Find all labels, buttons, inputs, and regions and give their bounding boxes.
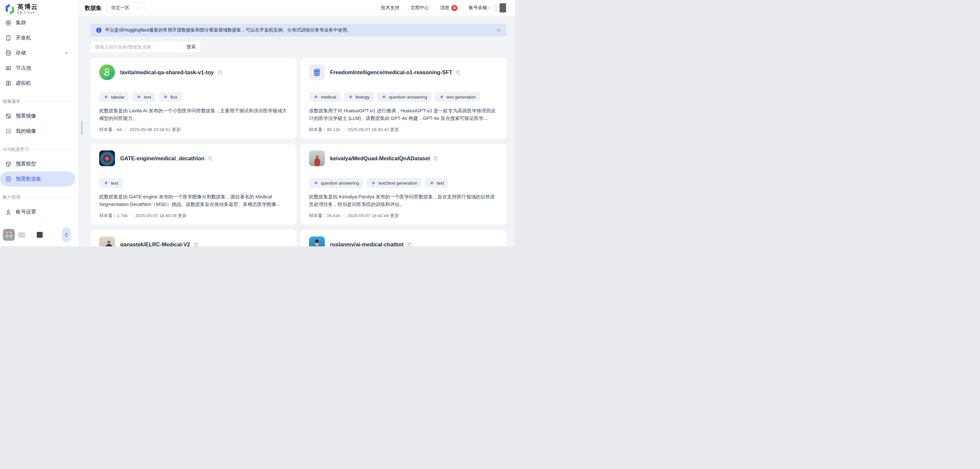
sidebar-item-preset-datasets[interactable]: 预置数据集 <box>0 172 75 186</box>
tag-chip: text <box>132 92 155 102</box>
sidebar-section-label: 账户管理 <box>0 194 78 200</box>
sample-count: 样本量：1.74k <box>99 213 128 219</box>
sidebar-item-account-settings[interactable]: 账号设置 <box>0 204 75 219</box>
dataset-title[interactable]: keivalya/MedQuad-MedicalQnADataset <box>330 155 430 162</box>
sidebar-item-preset-models[interactable]: 预置模型 <box>0 156 75 172</box>
content-area: 平台提供Huggingface最新的常用开源数据集和部分垂直领域数据集，可以在开… <box>79 16 515 246</box>
dataset-title[interactable]: GATE-engine/medical_decathlon <box>120 155 204 162</box>
region-select[interactable]: 华北一区 <box>107 3 145 13</box>
dataset-title[interactable]: FreedomIntelligence/medical-o1-reasoning… <box>330 69 452 76</box>
balance-label: 账号余额： <box>469 5 492 11</box>
messages-count-badge: 4 <box>451 5 458 11</box>
tag-icon <box>381 94 387 100</box>
brand[interactable]: 英博云 EB Cloud <box>0 0 78 15</box>
info-banner: 平台提供Huggingface最新的常用开源数据集和部分垂直领域数据集，可以在开… <box>91 24 506 37</box>
close-icon[interactable] <box>496 28 501 33</box>
dataset-title[interactable]: ruslanmv/ai-medical-chatbot <box>330 242 404 246</box>
user-avatar <box>3 229 15 241</box>
dataset-meta: 样本量：16.41k2025-05-07 18:42:44 更新 <box>309 213 399 219</box>
sidebar-item-dev-machine[interactable]: 开发机 <box>0 30 75 45</box>
sidebar-item-label: 预置镜像 <box>16 113 36 119</box>
brand-logo-icon <box>5 3 15 15</box>
docs-link[interactable]: 文档中心 <box>410 5 429 11</box>
dataset-card[interactable]: FreedomIntelligence/medical-o1-reasoning… <box>301 58 506 138</box>
sidebar-user-expander[interactable] <box>62 227 71 242</box>
section-divider <box>33 149 72 150</box>
tag-chip: tabular <box>99 92 129 102</box>
region-select-value: 华北一区 <box>111 5 129 11</box>
dataset-avatar <box>99 237 115 246</box>
dataset-card[interactable]: keivalya/MedQuad-MedicalQnADatasetquesti… <box>301 144 506 225</box>
dataset-card-grid: lavita/medical-qa-shared-task-v1-toytabu… <box>91 58 506 246</box>
dataset-description: 此数据集是由 GATE-engine 发布的一个医学图像分割数据集，源自著名的 … <box>99 193 288 208</box>
app-root: 英博云 EB Cloud 集群开发机存储节点池虚拟机镜像服务预置镜像我的镜像AI… <box>0 0 515 246</box>
tag-icon <box>103 94 109 100</box>
sidebar-user-area[interactable] <box>3 227 78 242</box>
dataset-avatar <box>99 150 115 166</box>
dataset-avatar <box>99 64 115 80</box>
sample-count: 样本量：64 <box>99 127 122 133</box>
sidebar-item-label: 预置数据集 <box>16 176 41 183</box>
updated-time: 2025-05-06 10:34:51 更新 <box>129 127 181 133</box>
tag-icon <box>103 180 109 186</box>
content-scrollbar-thumb[interactable] <box>81 120 83 135</box>
messages-link[interactable]: 消息 4 <box>440 5 458 11</box>
user-cursor-block <box>37 232 43 238</box>
sidebar-item-node-pool[interactable]: 节点池 <box>0 60 75 76</box>
my-image-icon <box>5 128 11 134</box>
sidebar-item-label: 集群 <box>16 19 26 26</box>
copy-icon <box>208 156 213 161</box>
balance-redacted-light <box>494 3 499 12</box>
dataset-meta: 样本量：642025-05-06 10:34:51 更新 <box>99 127 181 133</box>
sidebar-item-label: 账号设置 <box>16 208 36 215</box>
dataset-title[interactable]: lavita/medical-qa-shared-task-v1-toy <box>120 69 214 76</box>
sidebar-section-label: AI与机器学习 <box>0 146 78 153</box>
dataset-card[interactable]: GATE-engine/medical_decathlontext此数据集是由 … <box>91 144 297 225</box>
chevron-down-icon <box>136 6 140 10</box>
tag-chip: text2text generation <box>366 178 422 188</box>
dataset-meta: 样本量：1.74k2025-05-07 18:40:28 更新 <box>99 213 186 219</box>
dataset-card[interactable]: qanastek/ELRC-Medical-V2 <box>91 230 297 246</box>
sidebar-item-label: 预置模型 <box>16 161 36 167</box>
sidebar-item-preset-images[interactable]: 预置镜像 <box>0 108 75 124</box>
node-pool-icon <box>5 65 11 71</box>
dataset-title[interactable]: qanastek/ELRC-Medical-V2 <box>120 242 190 246</box>
sidebar-item-label: 节点池 <box>16 65 31 72</box>
support-link[interactable]: 技术支持 <box>381 5 399 11</box>
sidebar-section-label: 镜像服务 <box>0 99 78 105</box>
tag-chip: question answering <box>377 92 431 102</box>
sidebar-item-vm[interactable]: 虚拟机 <box>0 76 75 91</box>
dataset-card[interactable]: ruslanmv/ai-medical-chatbot <box>301 230 506 246</box>
dataset-card[interactable]: lavita/medical-qa-shared-task-v1-toytabu… <box>91 58 297 138</box>
sidebar-item-label: 存储 <box>16 49 26 57</box>
page-title: 数据集 <box>85 4 102 12</box>
updated-time: 2025-05-07 18:40:43 更新 <box>348 127 399 133</box>
topbar: 数据集 华北一区 技术支持 文档中心 消息 4 账号余额： <box>79 0 515 16</box>
sidebar-item-storage[interactable]: 存储 <box>0 45 75 60</box>
user-name-redacted <box>18 232 25 238</box>
tag-icon <box>348 94 353 100</box>
tag-chip: question answering <box>309 178 363 188</box>
dataset-avatar <box>309 64 325 80</box>
tag-icon <box>313 94 318 100</box>
tag-icon <box>439 94 444 100</box>
tag-chip: biology <box>344 92 374 102</box>
kubernetes-icon <box>5 20 11 26</box>
copy-icon <box>407 242 412 246</box>
search-button[interactable]: 搜索 <box>186 44 196 50</box>
tag-icon <box>429 180 434 186</box>
balance-redacted-dark <box>500 3 506 13</box>
copy-icon <box>433 156 439 161</box>
section-divider <box>24 197 72 198</box>
tag-icon <box>136 94 142 100</box>
search-input[interactable] <box>95 45 180 49</box>
expander-icon <box>64 232 69 237</box>
sidebar-item-label: 虚拟机 <box>16 80 31 87</box>
topbar-links: 技术支持 文档中心 消息 4 账号余额： <box>370 3 515 13</box>
info-banner-text: 平台提供Huggingface最新的常用开源数据集和部分垂直领域数据集，可以在开… <box>105 27 352 33</box>
cube-icon <box>5 161 11 167</box>
sidebar-item-cluster[interactable]: 集群 <box>0 15 75 30</box>
sidebar-item-my-images[interactable]: 我的镜像 <box>0 124 75 138</box>
storage-icon <box>5 176 11 182</box>
dataset-avatar <box>309 150 325 166</box>
